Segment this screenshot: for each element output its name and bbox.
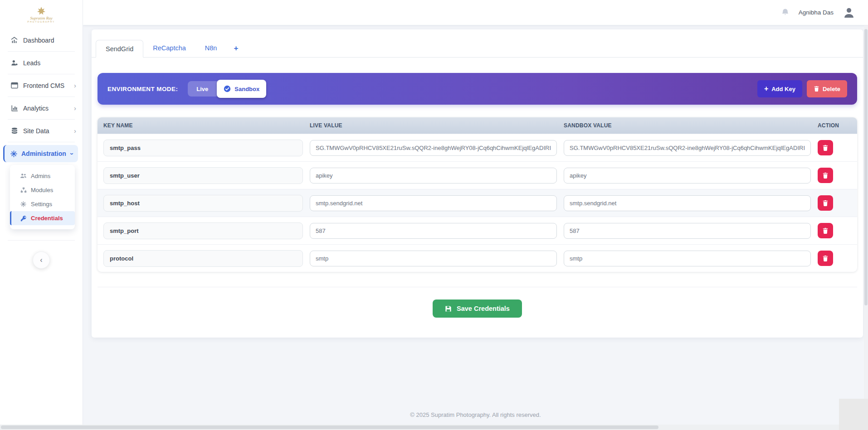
submenu-item-credentials[interactable]: Credentials — [10, 211, 75, 225]
add-key-label: Add Key — [771, 86, 795, 92]
toggle-sandbox-label: Sandbox — [234, 86, 259, 92]
table-row — [98, 217, 857, 244]
add-tab-button[interactable]: + — [226, 39, 245, 57]
sandbox-value-input[interactable] — [564, 223, 811, 239]
tab-recaptcha[interactable]: ReCaptcha — [143, 39, 195, 57]
chevron-right-icon: › — [74, 105, 76, 111]
brand-logo[interactable]: Supratim Ray PHOTOGRAPHY — [0, 0, 83, 28]
user-name[interactable]: Agnibha Das — [799, 9, 834, 16]
delete-label: Delete — [823, 86, 840, 92]
sidebar-item-label: Analytics — [23, 105, 49, 112]
save-disk-icon — [445, 305, 452, 312]
database-icon — [10, 127, 18, 135]
top-bar: Agnibha Das — [83, 0, 868, 25]
col-header-action: ACTION — [818, 122, 836, 129]
gear-icon — [10, 150, 17, 157]
live-value-input[interactable] — [310, 168, 557, 184]
key-name-input[interactable] — [103, 250, 303, 267]
sidebar: Supratim Ray PHOTOGRAPHY Dashboard Leads — [0, 0, 83, 430]
trash-icon — [814, 86, 819, 92]
horizontal-scrollbar-thumb[interactable] — [1, 425, 658, 429]
live-value-input[interactable] — [310, 251, 557, 266]
sandbox-value-input[interactable] — [564, 251, 811, 266]
vertical-scrollbar[interactable] — [864, 25, 868, 430]
sidebar-nav: Dashboard Leads Frontend CMS › — [0, 29, 83, 269]
submenu-item-modules[interactable]: Modules — [10, 183, 75, 197]
sandbox-value-input[interactable] — [564, 168, 811, 184]
table-row — [98, 134, 857, 161]
vertical-scrollbar-thumb[interactable] — [864, 29, 868, 305]
key-name-input[interactable] — [103, 167, 303, 184]
user-avatar[interactable] — [843, 6, 855, 19]
sandbox-value-input[interactable] — [564, 195, 811, 211]
row-delete-button[interactable] — [818, 223, 833, 238]
tab-sendgrid[interactable]: SendGrid — [96, 40, 143, 58]
sidebar-item-administration[interactable]: Administration › — [3, 145, 78, 162]
chevron-right-icon: › — [74, 82, 76, 89]
tab-bar: SendGrid ReCaptcha N8n + — [92, 39, 863, 58]
check-circle-icon — [224, 85, 231, 92]
submenu-item-label: Settings — [31, 201, 52, 208]
sidebar-item-label: Dashboard — [23, 37, 54, 44]
key-name-input[interactable] — [103, 140, 303, 156]
row-delete-button[interactable] — [818, 168, 833, 183]
add-key-button[interactable]: + Add Key — [757, 80, 802, 97]
analytics-icon — [10, 105, 18, 112]
submenu-item-admins[interactable]: Admins — [10, 169, 75, 183]
notifications-bell-icon[interactable] — [781, 8, 790, 17]
credentials-card: SendGrid ReCaptcha N8n + ENVIRONMENT MOD… — [92, 29, 863, 338]
trash-icon — [822, 227, 829, 234]
trash-icon — [822, 145, 829, 151]
delete-button[interactable]: Delete — [807, 80, 847, 97]
sidebar-collapse-button[interactable]: ‹ — [33, 251, 50, 269]
toggle-sandbox-button[interactable]: Sandbox — [217, 80, 266, 98]
toggle-live-button[interactable]: Live — [188, 86, 217, 92]
table-header-row: KEY NAME LIVE VALUE SANDBOX VALUE ACTION — [98, 117, 857, 134]
brand-name: Supratim Ray — [30, 16, 52, 20]
trash-icon — [822, 172, 829, 179]
submenu-item-settings[interactable]: Settings — [10, 197, 75, 211]
submenu-item-label: Credentials — [31, 215, 63, 222]
env-actions: + Add Key Delete — [757, 80, 847, 97]
sidebar-item-analytics[interactable]: Analytics › — [0, 97, 83, 119]
save-credentials-button[interactable]: Save Credentials — [433, 300, 522, 318]
row-delete-button[interactable] — [818, 251, 833, 266]
sidebar-item-label: Administration — [21, 150, 66, 157]
sidebar-divider — [8, 142, 75, 142]
environment-toggle: Live Sandbox — [188, 81, 266, 97]
browser-window-icon — [10, 82, 18, 89]
sidebar-item-frontend-cms[interactable]: Frontend CMS › — [0, 74, 83, 97]
leads-icon — [10, 59, 18, 67]
trash-icon — [822, 255, 829, 262]
chevron-right-icon: › — [74, 127, 76, 134]
submenu-item-label: Modules — [31, 187, 53, 193]
save-credentials-label: Save Credentials — [457, 305, 510, 312]
col-header-sandbox-value: SANDBOX VALUE — [564, 122, 811, 129]
plus-icon: + — [764, 85, 768, 92]
table-row — [98, 244, 857, 272]
tab-n8n[interactable]: N8n — [195, 39, 227, 57]
brand-subtitle: PHOTOGRAPHY — [28, 20, 55, 24]
key-name-input[interactable] — [103, 195, 303, 212]
live-value-input[interactable] — [310, 195, 557, 211]
key-icon — [20, 215, 27, 222]
window-corner — [839, 399, 868, 430]
sandbox-value-input[interactable] — [564, 140, 811, 156]
gear-icon — [20, 201, 27, 207]
brand-emblem-icon — [36, 7, 46, 16]
row-delete-button[interactable] — [818, 140, 833, 155]
table-row — [98, 161, 857, 189]
key-name-input[interactable] — [103, 222, 303, 239]
users-icon — [20, 173, 27, 179]
live-value-input[interactable] — [310, 223, 557, 239]
row-delete-button[interactable] — [818, 195, 833, 211]
sidebar-item-dashboard[interactable]: Dashboard — [0, 29, 83, 51]
sidebar-item-label: Frontend CMS — [23, 82, 64, 89]
sitemap-icon — [20, 187, 27, 193]
app-screen: Supratim Ray PHOTOGRAPHY Dashboard Leads — [0, 0, 868, 430]
horizontal-scrollbar[interactable] — [0, 425, 868, 430]
footer-copyright: © 2025 Supratim Photography. All rights … — [83, 411, 868, 418]
sidebar-item-leads[interactable]: Leads — [0, 52, 83, 74]
sidebar-item-site-data[interactable]: Site Data › — [0, 120, 83, 142]
live-value-input[interactable] — [310, 140, 557, 156]
